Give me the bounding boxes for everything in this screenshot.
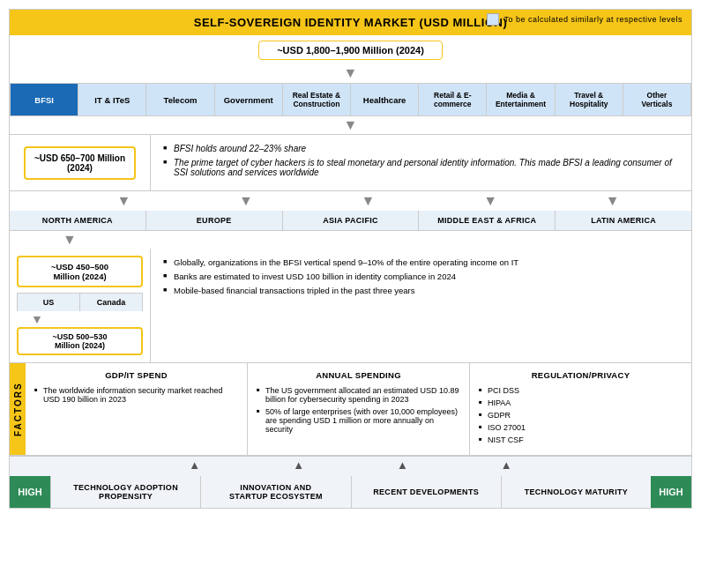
factor-annual-point-2: 50% of large enterprises (with over 10,0…	[257, 407, 460, 434]
main-container: SELF-SOVEREIGN IDENTITY MARKET (USD MILL…	[9, 9, 692, 509]
regional-detail: ~USD 450–500Million (2024) US Canada ▼ ~…	[10, 249, 691, 363]
factor-reg-point-3: GDPR	[479, 411, 682, 420]
region-europe: EUROPE	[146, 211, 283, 230]
tab-telecom[interactable]: Telecom	[145, 83, 213, 116]
tab-it-ites[interactable]: IT & ITeS	[78, 83, 145, 116]
total-market-bubble: ~USD 1,800–1,900 Million (2024)	[258, 41, 443, 60]
region-row: NORTH AMERICA EUROPE ASIA PACIFIC MIDDLE…	[10, 211, 691, 231]
arrow-row-6: ▲ ▲ ▲ ▲	[10, 456, 691, 476]
arrow-up-icon-4: ▲	[501, 458, 512, 472]
chart-title: SELF-SOVEREIGN IDENTITY MARKET (USD MILL…	[194, 16, 507, 29]
region-asia-pacific: ASIA PACIFIC	[283, 211, 420, 230]
legend-color	[487, 13, 499, 26]
na-detail-left: ~USD 450–500Million (2024) US Canada ▼ ~…	[10, 249, 151, 362]
sub-region-canada: Canada	[80, 294, 142, 311]
tab-government[interactable]: Government	[214, 83, 282, 116]
tab-healthcare[interactable]: Healthcare	[350, 83, 418, 116]
factor-regulation: REGULATION/PRIVACY PCI DSS HIPAA GDPR IS…	[470, 363, 691, 455]
factor-reg-point-4: ISO 27001	[479, 423, 682, 432]
na-bubble: ~USD 450–500Million (2024)	[17, 256, 143, 287]
sub-bubble: ~USD 500–530Million (2024)	[17, 327, 143, 355]
bfsi-value-left: ~USD 650–700 Million(2024)	[10, 135, 151, 190]
arrow-down-icon-5: ▼	[362, 193, 376, 209]
regional-point-3: Mobile-based financial transactions trip…	[163, 286, 679, 295]
high-label-left: HIGH	[18, 487, 42, 497]
arrow-down-icon-7: ▼	[606, 193, 620, 209]
factor-regulation-title: REGULATION/PRIVACY	[479, 370, 682, 380]
high-badge-left: HIGH	[10, 476, 50, 508]
arrow-down-icon-8: ▼	[63, 232, 77, 248]
factors-label: FACTORS	[10, 363, 26, 455]
arrow-row-3: ▼ ▼ ▼ ▼ ▼	[10, 191, 691, 211]
arrow-down-icon-4: ▼	[239, 193, 253, 209]
bfsi-section: ~USD 650–700 Million(2024) BFSI holds ar…	[10, 134, 691, 191]
arrow-down-icon-2: ▼	[344, 117, 358, 133]
tab-other[interactable]: OtherVerticals	[623, 83, 691, 116]
arrow-down-icon-6: ▼	[483, 193, 497, 209]
arrow-up-icon-2: ▲	[293, 458, 304, 472]
arrow-row-5: ▼	[17, 311, 143, 327]
factor-reg-point-5: NIST CSF	[479, 435, 682, 444]
factor-annual-point-1: The US government allocated an estimated…	[257, 386, 460, 404]
title-bar: SELF-SOVEREIGN IDENTITY MARKET (USD MILL…	[10, 10, 691, 35]
regional-point-2: Banks are estimated to invest USD 100 bi…	[163, 272, 679, 281]
factors-content: GDP/IT SPEND The worldwide information s…	[26, 363, 691, 455]
bottom-items: TECHNOLOGY ADOPTIONPROPENSITY INNOVATION…	[50, 476, 651, 508]
factor-annual: ANNUAL SPENDING The US government alloca…	[248, 363, 470, 455]
total-market-value: ~USD 1,800–1,900 Million (2024)	[277, 45, 424, 56]
arrow-up-icon-1: ▲	[189, 458, 200, 472]
bottom-item-innovation: INNOVATION ANDSTARTUP ECOSYSTEM	[200, 476, 350, 508]
bottom-item-tech-adoption: TECHNOLOGY ADOPTIONPROPENSITY	[50, 476, 200, 508]
bottom-item-recent: RECENT DEVELOPMENTS	[351, 476, 501, 508]
tab-bfsi[interactable]: BFSI	[10, 83, 78, 116]
tab-travel[interactable]: Travel &Hospitality	[555, 83, 623, 116]
high-badge-right: HIGH	[651, 476, 691, 508]
bfsi-detail-right: BFSI holds around 22–23% share The prime…	[151, 135, 691, 190]
factor-annual-title: ANNUAL SPENDING	[257, 370, 460, 380]
arrow-down-icon-9: ▼	[31, 312, 43, 326]
tab-real-estate[interactable]: Real Estate &Construction	[282, 83, 350, 116]
arrow-row-2: ▼	[10, 116, 691, 134]
arrow-up-icon-3: ▲	[397, 458, 408, 472]
regional-detail-right: Globally, organizations in the BFSI vert…	[151, 249, 691, 362]
region-north-america: NORTH AMERICA	[10, 211, 146, 230]
legend: To be calculated similarly at respective…	[487, 13, 682, 26]
factors-section: FACTORS GDP/IT SPEND The worldwide infor…	[10, 363, 691, 456]
bottom-bar: HIGH TECHNOLOGY ADOPTIONPROPENSITY INNOV…	[10, 476, 691, 508]
arrow-row-4: ▼	[10, 231, 691, 249]
vertical-tabs: BFSI IT & ITeS Telecom Government Real E…	[10, 83, 691, 116]
tab-media[interactable]: Media &Entertainment	[486, 83, 554, 116]
high-label-right: HIGH	[659, 487, 683, 497]
bfsi-point-1: BFSI holds around 22–23% share	[163, 144, 679, 153]
arrow-row-1: ▼	[10, 63, 691, 83]
tab-retail[interactable]: Retail & E-commerce	[418, 83, 486, 116]
arrow-down-icon: ▼	[344, 65, 358, 81]
bfsi-bubble: ~USD 650–700 Million(2024)	[24, 146, 136, 180]
factor-reg-point-1: PCI DSS	[479, 386, 682, 395]
sub-region-row: US Canada	[17, 293, 143, 311]
region-latin-america: LATIN AMERICA	[556, 211, 691, 230]
sub-region-us: US	[18, 294, 80, 311]
arrow-down-icon-3: ▼	[116, 193, 131, 209]
regional-point-1: Globally, organizations in the BFSI vert…	[163, 257, 679, 267]
factor-gdp-point-1: The worldwide information security marke…	[34, 386, 238, 404]
legend-text: To be calculated similarly at respective…	[503, 15, 682, 24]
bfsi-point-2: The prime target of cyber hackers is to …	[163, 158, 679, 177]
factor-gdp: GDP/IT SPEND The worldwide information s…	[26, 363, 248, 455]
bottom-item-tech-maturity: TECHNOLOGY MATURITY	[501, 476, 651, 508]
total-market-row: ~USD 1,800–1,900 Million (2024)	[10, 35, 691, 63]
factor-gdp-title: GDP/IT SPEND	[34, 370, 238, 380]
region-middle-east: MIDDLE EAST & AFRICA	[419, 211, 556, 230]
factor-reg-point-2: HIPAA	[479, 398, 682, 407]
